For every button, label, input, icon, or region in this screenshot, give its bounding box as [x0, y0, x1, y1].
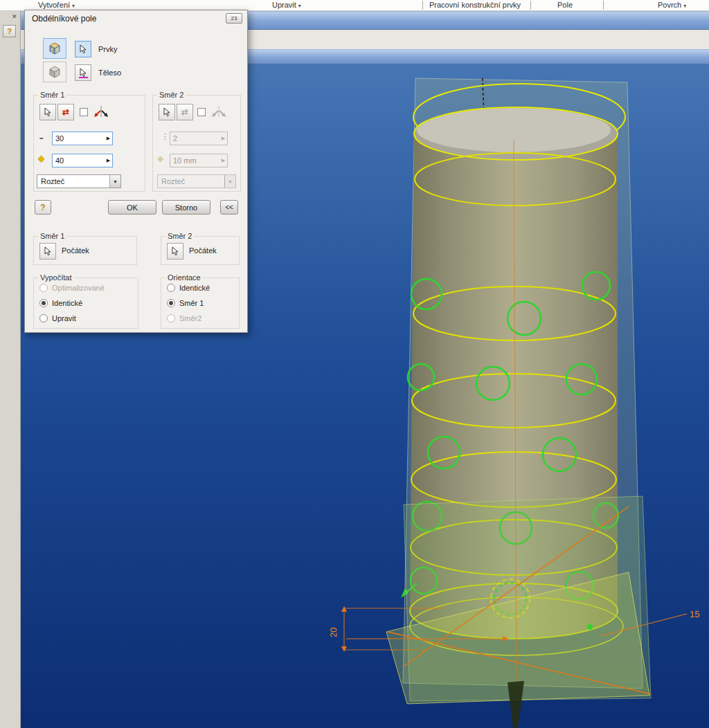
cursor-icon [44, 246, 52, 256]
cursor-icon [79, 68, 87, 78]
dir1-spacing-field[interactable]: 40 ▶ [52, 154, 113, 167]
menu-vytvoreni-label: Vytvoření [38, 1, 70, 9]
dir2-method-dropdown: Rozteč ▼ [157, 174, 236, 188]
dir2-flip-button[interactable]: ⇄ [177, 104, 193, 120]
menu-pole[interactable]: Pole [557, 1, 573, 9]
solid-label: Těleso [98, 69, 121, 77]
menu-pole-label: Pole [557, 1, 573, 9]
cursor-icon [44, 107, 52, 117]
chevron-down-icon: ▾ [683, 3, 686, 9]
cursor-icon [171, 246, 179, 256]
count-icon: ⋮ [161, 132, 169, 141]
dir2-select-button[interactable] [159, 104, 175, 120]
panel-close-icon[interactable]: ✕ [12, 13, 17, 20]
ok-button[interactable]: OK [108, 200, 156, 215]
cursor-icon [163, 107, 171, 117]
menu-upravit-label: Upravit [272, 1, 296, 9]
dir2-start-select-button[interactable] [167, 243, 183, 260]
dir2-spacing-value: 10 mm [170, 156, 219, 165]
radio-label: Identické [52, 299, 82, 307]
menu-separator [530, 1, 531, 10]
dir1-start-group: Směr 1 Počátek [33, 236, 137, 265]
dir1-start-select-button[interactable] [39, 243, 56, 260]
pattern-features-button[interactable] [43, 38, 66, 59]
select-features-button[interactable] [75, 41, 91, 57]
chevron-down-icon: ▾ [72, 3, 75, 9]
dir2-group-label: Směr 2 [157, 91, 186, 99]
dimension-20[interactable]: 20 [328, 628, 339, 637]
dir2-method-value: Rozteč [158, 177, 224, 185]
spacing-icon: ◆ [157, 154, 163, 163]
dir1-select-button[interactable] [39, 104, 56, 120]
pattern-solid-button[interactable] [43, 62, 66, 82]
count-icon: ••• [39, 136, 42, 140]
radio-label: Upravit [52, 314, 76, 322]
dropdown-arrow-icon[interactable]: ▼ [109, 175, 120, 188]
dir1-count-field[interactable]: 30 ▶ [52, 131, 113, 145]
menu-pracovni-prvky-label: Pracovní konstrukční prvky [429, 1, 521, 9]
dir1-midplane-icon[interactable] [92, 104, 110, 119]
dir2-group: Směr 2 ⇄ ⋮ 2 [152, 95, 241, 192]
pattern-cube-icon [46, 41, 63, 56]
dir2-midplane-checkbox[interactable] [197, 108, 206, 116]
radio-smer2[interactable]: Směr2 [167, 313, 201, 323]
dir1-flip-button[interactable]: ⇄ [57, 104, 74, 120]
radio-optimalizovane[interactable]: Optimalizované [39, 283, 105, 293]
orientation-group-label: Orientace [165, 273, 203, 282]
features-label: Prvky [98, 45, 118, 53]
dir2-count-field: 2 ▶ [170, 131, 228, 145]
dialog-help-button[interactable]: ? [35, 200, 51, 215]
midplane-arrows-icon [93, 104, 109, 118]
menu-upravit[interactable]: Upravit▾ [272, 1, 301, 9]
dir2-start-group-label: Směr 2 [165, 232, 194, 240]
rectangular-pattern-dialog: Obdélníkové pole 23 Prvky [24, 10, 248, 333]
cursor-icon [79, 44, 87, 54]
radio-icon [39, 299, 48, 307]
cancel-button[interactable]: Storno [162, 200, 210, 215]
spacing-icon: ◆ [38, 154, 44, 163]
dialog-title: Obdélníkové pole [32, 14, 96, 24]
dir1-method-dropdown[interactable]: Rozteč ▼ [37, 174, 121, 188]
dir1-spacing-value: 40 [53, 156, 105, 165]
menu-pracovni-prvky[interactable]: Pracovní konstrukční prvky [429, 1, 521, 9]
radio-label: Identické [179, 284, 210, 292]
orientation-group: Orientace Identické Směr 1 Směr2 [161, 277, 240, 329]
dir2-start-group: Směr 2 Počátek [161, 236, 240, 265]
dir1-start-label: Počátek [62, 246, 89, 255]
collapse-button[interactable]: << [220, 200, 238, 215]
dir1-start-group-label: Směr 1 [38, 232, 66, 240]
dir2-start-label: Počátek [189, 246, 217, 255]
flyout-icon[interactable]: ▶ [105, 136, 112, 141]
close-button[interactable]: 23 [226, 13, 242, 24]
help-icon[interactable]: ? [3, 25, 16, 37]
app-window: Vytvoření▾ Upravit▾ Pracovní konstrukční… [0, 0, 709, 728]
flyout-icon: ▶ [219, 158, 227, 163]
radio-label: Směr2 [179, 314, 201, 322]
select-solid-button[interactable] [75, 64, 91, 81]
radio-icon [39, 314, 48, 322]
dir1-method-value: Rozteč [37, 177, 109, 185]
flyout-icon[interactable]: ▶ [105, 158, 112, 163]
radio-icon [39, 284, 48, 292]
menu-povrch-label: Povrch [658, 1, 681, 9]
menu-vytvoreni[interactable]: Vytvoření▾ [38, 1, 75, 9]
menu-povrch[interactable]: Povrch▾ [658, 1, 686, 9]
radio-identicke-orient[interactable]: Identické [167, 283, 210, 293]
radio-icon [167, 314, 175, 322]
radio-icon [167, 284, 175, 292]
dropdown-arrow-icon: ▼ [224, 175, 235, 188]
midplane-arrows-icon [210, 104, 227, 118]
radio-smer1[interactable]: Směr 1 [167, 298, 204, 308]
radio-label: Směr 1 [179, 299, 204, 307]
radio-upravit[interactable]: Upravit [39, 313, 76, 323]
chevron-down-icon: ▾ [298, 3, 301, 9]
dir1-group: Směr 1 ⇄ ••• 30 [33, 95, 145, 192]
dimension-15[interactable]: 15 [690, 609, 699, 619]
radio-label: Optimalizované [52, 284, 105, 292]
radio-identicke-compute[interactable]: Identické [39, 298, 82, 308]
dir1-midplane-checkbox[interactable] [80, 108, 88, 116]
sketch-endpoint[interactable] [587, 624, 593, 630]
compute-group-label: Vypočítat [38, 273, 73, 282]
flip-arrows-icon: ⇄ [181, 107, 188, 117]
solid-underline-icon [79, 77, 88, 78]
